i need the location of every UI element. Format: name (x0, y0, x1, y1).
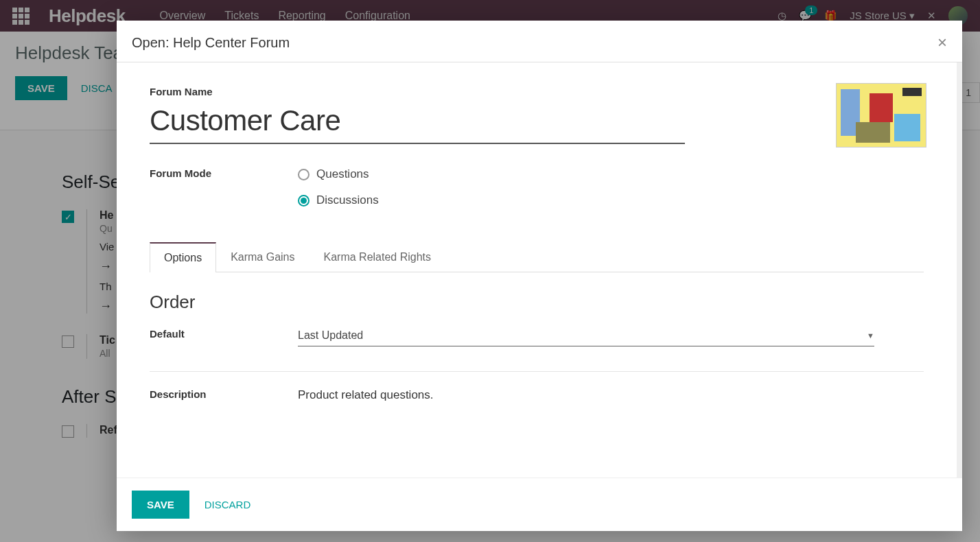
tab-options[interactable]: Options (150, 242, 216, 272)
radio-questions[interactable]: Questions (298, 167, 379, 181)
chevron-down-icon: ▼ (867, 331, 874, 340)
modal-discard-button[interactable]: DISCARD (205, 499, 251, 510)
order-section-title: Order (150, 292, 924, 313)
forum-name-input[interactable] (150, 102, 685, 144)
description-label: Description (150, 388, 298, 400)
tab-karma-gains[interactable]: Karma Gains (216, 242, 309, 272)
modal-save-button[interactable]: SAVE (132, 491, 189, 519)
radio-discussions[interactable]: Discussions (298, 193, 379, 207)
modal-help-center-forum: Open: Help Center Forum × Forum Name For… (117, 21, 962, 531)
close-icon[interactable]: × (937, 33, 947, 52)
forum-image[interactable] (836, 83, 926, 148)
description-text[interactable]: Product related questions. (298, 388, 924, 404)
forum-mode-label: Forum Mode (150, 167, 298, 179)
default-label: Default (150, 328, 298, 340)
tab-karma-rights[interactable]: Karma Related Rights (310, 242, 446, 272)
default-order-select[interactable]: Last Updated ▼ (298, 325, 874, 346)
modal-title: Open: Help Center Forum (132, 35, 290, 51)
forum-name-label: Forum Name (150, 86, 924, 97)
